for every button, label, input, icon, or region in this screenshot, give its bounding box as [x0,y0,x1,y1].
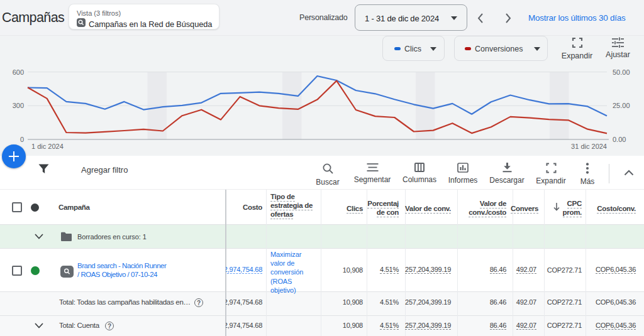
svg-text:600: 600 [13,68,24,76]
svg-text:0.00: 0.00 [613,136,626,143]
svg-text:25.00: 25.00 [613,102,630,109]
svg-text:0: 0 [20,136,24,143]
svg-text:300: 300 [13,102,24,109]
svg-text:50.00: 50.00 [613,68,630,76]
svg-text:1 dic 2024: 1 dic 2024 [31,143,64,150]
svg-text:31 dic 2024: 31 dic 2024 [571,143,607,150]
